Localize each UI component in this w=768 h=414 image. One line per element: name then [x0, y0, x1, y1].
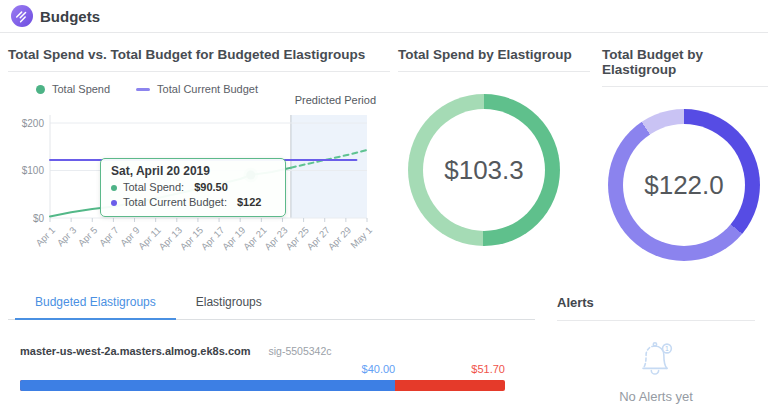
donut-hole: $122.0	[623, 124, 745, 246]
tooltip-bullet-icon	[111, 200, 117, 206]
budget-donut-title: Total Budget by Elastigroup	[602, 34, 768, 77]
legend-item-total-spend: Total Spend	[36, 83, 110, 95]
divider	[398, 71, 590, 72]
tab-budgeted-elastigroups[interactable]: Budgeted Elastigroups	[15, 288, 176, 320]
elastigroup-budget-bar-area: $40.00 $51.70	[20, 363, 505, 391]
tooltip-item-spend: Total Spend: $90.50	[111, 180, 275, 195]
tooltip-label: Total Current Budget:	[123, 195, 227, 210]
svg-text:$100: $100	[22, 165, 45, 176]
legend-dash-icon	[136, 88, 150, 91]
tooltip-bullet-icon	[111, 185, 117, 191]
budgets-page: Budgets Total Spend vs. Total Budget for…	[0, 0, 768, 414]
spend-donut-chart[interactable]: $103.3	[408, 94, 560, 246]
app-header: Budgets	[0, 0, 768, 33]
legend-item-total-current-budget: Total Current Budget	[136, 83, 258, 95]
tooltip-item-budget: Total Current Budget: $122	[111, 195, 275, 210]
budget-donut-chart[interactable]: $122.0	[608, 109, 760, 261]
bell-icon: 1	[632, 339, 680, 381]
divider	[8, 71, 390, 72]
budget-amount-label: $51.70	[471, 363, 505, 375]
tooltip-value: $90.50	[194, 180, 228, 195]
svg-text:Apr 5: Apr 5	[76, 224, 100, 248]
alerts-panel: Alerts 1 No Alerts yet	[557, 288, 755, 404]
elastigroup-row-header[interactable]: master-us-west-2a.masters.almog.ek8s.com…	[20, 345, 523, 357]
total-spend-value: $103.3	[444, 155, 524, 186]
tooltip-date: Sat, April 20 2019	[111, 164, 275, 178]
tooltip-label: Total Spend:	[123, 180, 184, 195]
spend-line-chart[interactable]: $0$100$200Apr 1Apr 3Apr 5Apr 7Apr 9Apr 1…	[8, 110, 390, 286]
total-spend-donut-panel: Total Spend by Elastigroup $103.3	[398, 34, 590, 286]
bar-labels: $40.00 $51.70	[20, 363, 505, 378]
svg-text:$0: $0	[33, 213, 45, 224]
elastigroup-sig-id: sig-5505342c	[269, 345, 332, 357]
predicted-period-label: Predicted Period	[295, 94, 376, 106]
divider	[602, 86, 768, 87]
tab-bar: Budgeted Elastigroups Elastigroups	[8, 288, 535, 320]
tab-elastigroups[interactable]: Elastigroups	[176, 288, 282, 320]
elastigroups-section: Budgeted Elastigroups Elastigroups maste…	[8, 288, 535, 391]
elastigroup-name[interactable]: master-us-west-2a.masters.almog.ek8s.com	[20, 345, 251, 357]
logo-stripes-icon	[11, 5, 33, 27]
svg-text:Apr 29: Apr 29	[326, 224, 354, 252]
donut-hole: $103.3	[423, 109, 545, 231]
empty-alerts-illustration: 1	[557, 339, 755, 381]
spend-donut-title: Total Spend by Elastigroup	[398, 34, 590, 62]
legend-label: Total Spend	[52, 83, 110, 95]
legend-dot-icon	[36, 85, 45, 94]
total-budget-value: $122.0	[644, 170, 724, 201]
svg-text:Apr 1: Apr 1	[33, 224, 57, 248]
svg-text:$200: $200	[22, 118, 45, 129]
spotinst-logo-icon[interactable]	[11, 5, 33, 27]
total-budget-donut-panel: Total Budget by Elastigroup $122.0	[602, 34, 768, 286]
svg-text:Apr 3: Apr 3	[55, 224, 79, 248]
alerts-title: Alerts	[557, 288, 755, 310]
page-title: Budgets	[40, 8, 100, 25]
divider	[557, 320, 755, 321]
spend-progress-bar	[20, 380, 505, 391]
spend-progress-fill	[20, 380, 395, 391]
chart-legend: Total Spend Total Current Budget	[36, 83, 258, 95]
chart-tooltip: Sat, April 20 2019 Total Spend: $90.50 T…	[100, 158, 286, 217]
spend-amount-label: $40.00	[362, 363, 396, 375]
no-alerts-text: No Alerts yet	[557, 389, 755, 404]
svg-text:May 1: May 1	[348, 224, 374, 250]
legend-label: Total Current Budget	[157, 83, 258, 95]
spend-vs-budget-title: Total Spend vs. Total Budget for Budgete…	[8, 34, 390, 62]
svg-text:Apr 7: Apr 7	[97, 224, 121, 248]
spend-vs-budget-panel: Total Spend vs. Total Budget for Budgete…	[8, 34, 390, 286]
bell-badge-count: 1	[665, 345, 669, 352]
tooltip-value: $122	[237, 195, 261, 210]
